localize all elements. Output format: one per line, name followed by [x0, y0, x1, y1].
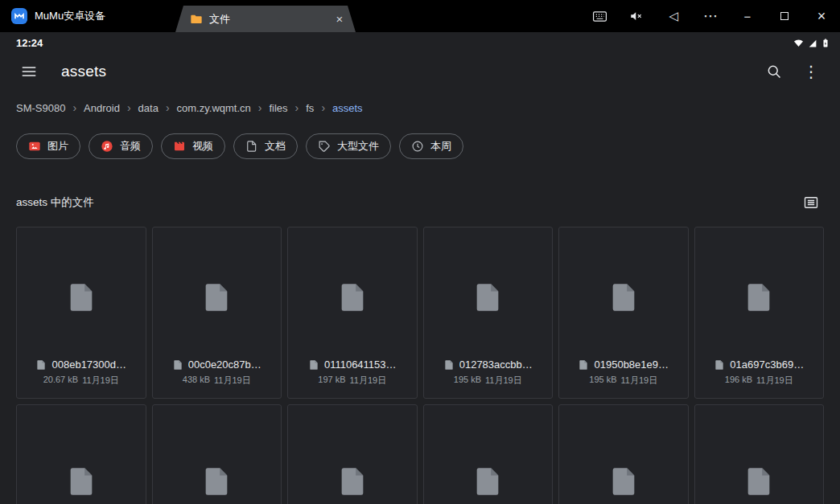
file-mini-icon [714, 359, 725, 371]
file-name: 00c0e20c87b… [188, 359, 261, 371]
emulator-titlebar: MuMu安卓设备 文件 × ◁ ⋯ − × [0, 0, 840, 32]
battery-icon [821, 37, 830, 49]
app-bar: assets ⋮ [0, 53, 840, 90]
file-mini-icon [443, 359, 455, 371]
keyboard-icon[interactable] [581, 0, 618, 32]
breadcrumb-item[interactable]: SM-S9080 [16, 102, 65, 114]
file-name: 01a697c3b69… [730, 359, 804, 371]
filter-chip[interactable]: 大型文件 [306, 133, 391, 159]
view-toggle-icon[interactable] [798, 190, 824, 215]
tab-label: 文件 [209, 12, 230, 27]
maximize-button[interactable] [766, 0, 803, 32]
file-size: 197 kB [318, 375, 345, 387]
file-card[interactable] [423, 404, 554, 504]
file-name: 01950b8e1e9… [594, 359, 669, 371]
more-horizontal-icon[interactable]: ⋯ [692, 0, 729, 32]
file-icon [288, 227, 417, 359]
tag-icon [318, 140, 331, 153]
file-mini-icon [35, 359, 47, 371]
status-time: 12:24 [16, 37, 43, 49]
file-card[interactable] [16, 404, 146, 504]
file-card[interactable]: 012783accbb… 195 kB 11月19日 [423, 227, 554, 399]
file-size: 438 kB [183, 375, 210, 387]
status-icons [793, 37, 830, 49]
image-icon [28, 140, 41, 153]
filter-chip[interactable]: 文档 [233, 133, 298, 159]
breadcrumb-chevron-icon: › [295, 101, 299, 114]
breadcrumb-item[interactable]: com.zy.wqmt.cn [177, 102, 251, 114]
breadcrumb-chevron-icon: › [166, 101, 170, 114]
minimize-button[interactable]: − [729, 0, 766, 32]
wifi-icon [793, 38, 804, 48]
files-app-tab[interactable]: 文件 × [175, 6, 356, 32]
android-status-bar: 12:24 [0, 32, 840, 53]
file-size: 195 kB [589, 375, 616, 387]
file-date: 11月19日 [214, 375, 251, 387]
file-icon [559, 405, 688, 504]
more-vertical-icon[interactable]: ⋮ [798, 59, 824, 84]
cellular-signal-icon [807, 38, 817, 48]
file-card[interactable] [287, 404, 418, 504]
file-name: 008eb17300d… [51, 359, 126, 371]
file-card[interactable] [152, 404, 282, 504]
breadcrumb-item[interactable]: files [269, 102, 287, 114]
breadcrumb-item[interactable]: Android [84, 102, 120, 114]
menu-icon[interactable] [16, 59, 42, 84]
breadcrumb-chevron-icon: › [72, 101, 76, 114]
file-icon [17, 405, 146, 504]
file-icon [559, 227, 688, 359]
filter-chip[interactable]: 视频 [161, 133, 225, 159]
file-card[interactable]: 01110641153… 197 kB 11月19日 [287, 227, 418, 399]
emulator-title: MuMu安卓设备 [35, 9, 105, 23]
emulator-branding: MuMu安卓设备 [0, 8, 105, 24]
file-card[interactable]: 01a697c3b69… 196 kB 11月19日 [694, 227, 825, 399]
breadcrumb-item[interactable]: fs [306, 102, 314, 114]
doc-icon [245, 140, 258, 153]
filter-chip[interactable]: 音频 [89, 133, 153, 159]
file-mini-icon [172, 359, 183, 371]
file-icon [17, 227, 146, 359]
audio-icon [101, 140, 113, 153]
file-card[interactable]: 008eb17300d… 20.67 kB 11月19日 [16, 227, 146, 399]
filter-chip[interactable]: 图片 [16, 133, 80, 159]
folder-icon [190, 13, 203, 26]
file-card[interactable]: 01950b8e1e9… 195 kB 11月19日 [558, 227, 689, 399]
titlebar-controls: ◁ ⋯ − × [581, 0, 840, 32]
tab-close-icon[interactable]: × [331, 12, 348, 26]
breadcrumb: SM-S9080›Android›data›com.zy.wqmt.cn›fil… [0, 90, 840, 121]
file-date: 11月19日 [756, 375, 793, 387]
file-mini-icon [308, 359, 319, 371]
breadcrumb-item[interactable]: assets [332, 102, 363, 114]
file-size: 195 kB [454, 375, 481, 387]
file-icon [424, 227, 553, 359]
file-name: 012783accbb… [459, 359, 533, 371]
search-icon[interactable] [761, 59, 787, 84]
file-icon [153, 227, 282, 359]
app-bar-actions: ⋮ [761, 59, 824, 84]
mumu-logo-icon [11, 8, 27, 24]
maximize-icon [780, 12, 789, 20]
breadcrumb-chevron-icon: › [258, 101, 262, 114]
file-date: 11月19日 [82, 375, 119, 387]
filter-chips: 图片 音频 视频 文档 大型文件 本周 [0, 121, 840, 167]
breadcrumb-chevron-icon: › [321, 101, 325, 114]
section-header: assets 中的文件 [0, 167, 840, 227]
file-icon [695, 405, 824, 504]
clock-icon [411, 140, 424, 153]
filter-chip[interactable]: 本周 [399, 133, 463, 159]
file-icon [153, 405, 282, 504]
back-icon[interactable]: ◁ [655, 0, 692, 32]
volume-muted-icon[interactable] [618, 0, 655, 32]
file-card[interactable] [558, 404, 689, 504]
breadcrumb-item[interactable]: data [138, 102, 159, 114]
video-icon [173, 140, 186, 153]
page-title: assets [61, 63, 106, 80]
file-card[interactable] [694, 404, 825, 504]
breadcrumb-chevron-icon: › [127, 101, 131, 114]
file-card[interactable]: 00c0e20c87b… 438 kB 11月19日 [152, 227, 282, 399]
close-button[interactable]: × [803, 0, 840, 32]
file-size: 20.67 kB [43, 375, 78, 387]
file-date: 11月19日 [485, 375, 522, 387]
section-title: assets 中的文件 [16, 195, 94, 210]
file-name: 01110641153… [324, 359, 397, 371]
